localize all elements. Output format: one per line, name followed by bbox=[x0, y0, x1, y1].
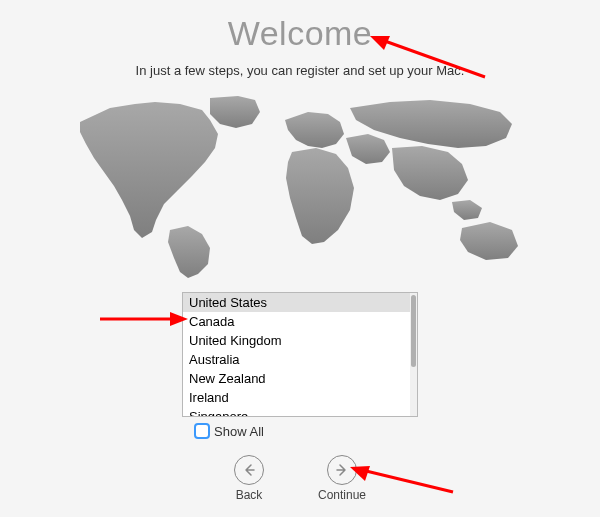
arrow-right-icon bbox=[327, 455, 357, 485]
list-item[interactable]: Singapore bbox=[183, 407, 410, 416]
show-all-checkbox[interactable] bbox=[194, 423, 210, 439]
world-map bbox=[60, 90, 540, 280]
continue-button[interactable]: Continue bbox=[318, 455, 366, 502]
arrow-left-icon bbox=[234, 455, 264, 485]
back-label: Back bbox=[236, 488, 263, 502]
page-subtitle: In just a few steps, you can register an… bbox=[136, 63, 465, 78]
list-item[interactable]: Ireland bbox=[183, 388, 410, 407]
listbox-scrollbar[interactable] bbox=[410, 293, 417, 416]
list-item[interactable]: New Zealand bbox=[183, 369, 410, 388]
country-listbox[interactable]: United States Canada United Kingdom Aust… bbox=[182, 292, 418, 417]
continue-label: Continue bbox=[318, 488, 366, 502]
back-button[interactable]: Back bbox=[234, 455, 264, 502]
list-item[interactable]: United States bbox=[183, 293, 410, 312]
list-item[interactable]: Australia bbox=[183, 350, 410, 369]
list-item[interactable]: United Kingdom bbox=[183, 331, 410, 350]
show-all-label: Show All bbox=[214, 424, 264, 439]
scrollbar-thumb[interactable] bbox=[411, 295, 416, 367]
list-item[interactable]: Canada bbox=[183, 312, 410, 331]
page-title: Welcome bbox=[228, 14, 373, 53]
